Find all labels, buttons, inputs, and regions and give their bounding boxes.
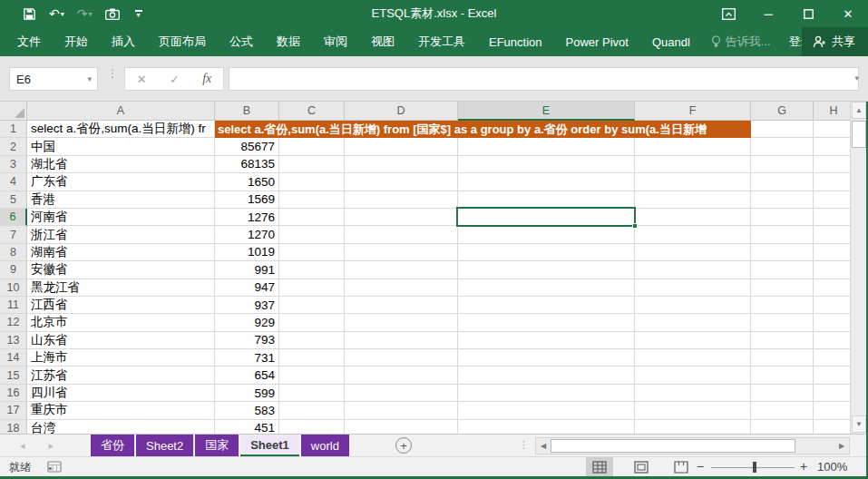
- row-header-7[interactable]: 7: [0, 226, 27, 243]
- cell-A1[interactable]: select a.省份,sum(a.当日新增) fr: [27, 121, 215, 138]
- cell-B5[interactable]: 1569: [215, 191, 279, 209]
- zoom-slider[interactable]: [711, 467, 795, 468]
- expand-formula-bar-icon[interactable]: ▾: [854, 73, 859, 83]
- cell-G15[interactable]: [751, 367, 814, 384]
- ribbon-display-options-icon[interactable]: [708, 0, 748, 27]
- enter-icon[interactable]: ✓: [170, 73, 180, 86]
- cell-G18[interactable]: [751, 420, 814, 434]
- cell-D12[interactable]: [345, 314, 458, 331]
- cell-H7[interactable]: [814, 226, 854, 243]
- cell-E7[interactable]: [458, 226, 635, 243]
- cell-A13[interactable]: 山东省: [27, 332, 215, 349]
- maximize-icon[interactable]: [788, 0, 828, 27]
- zoom-out-icon[interactable]: −: [697, 459, 704, 474]
- cell-H18[interactable]: [814, 420, 854, 434]
- cell-E17[interactable]: [458, 402, 635, 419]
- cell-D13[interactable]: [345, 332, 458, 349]
- cell-C4[interactable]: [279, 173, 345, 191]
- cell-A9[interactable]: 安徽省: [27, 261, 215, 279]
- cell-G11[interactable]: [751, 297, 814, 314]
- tell-me-box[interactable]: 告诉我...: [702, 34, 780, 50]
- cell-B4[interactable]: 1650: [215, 173, 279, 191]
- cell-D16[interactable]: [345, 385, 458, 402]
- row-header-6[interactable]: 6: [0, 209, 27, 226]
- cell-B16[interactable]: 599: [215, 385, 279, 402]
- cell-H2[interactable]: [814, 138, 854, 155]
- sheet-tab-省份[interactable]: 省份: [91, 435, 134, 456]
- cell-B3[interactable]: 68135: [215, 156, 279, 173]
- cell-E18[interactable]: [458, 420, 635, 434]
- cell-B9[interactable]: 991: [215, 261, 279, 279]
- cell-F5[interactable]: [635, 191, 751, 209]
- row-header-14[interactable]: 14: [0, 349, 27, 367]
- cell-D15[interactable]: [345, 367, 458, 384]
- cell-H6[interactable]: [814, 209, 854, 226]
- horizontal-scroll-thumb[interactable]: [551, 439, 795, 453]
- cell-F10[interactable]: [635, 279, 751, 297]
- fill-handle[interactable]: [632, 223, 638, 229]
- cell-A4[interactable]: 广东省: [27, 173, 215, 191]
- column-header-A[interactable]: A: [27, 102, 215, 121]
- zoom-level[interactable]: 100%: [817, 460, 847, 474]
- cell-F17[interactable]: [635, 402, 751, 419]
- row-header-9[interactable]: 9: [0, 261, 27, 279]
- row-header-4[interactable]: 4: [0, 173, 27, 191]
- cell-D7[interactable]: [345, 226, 458, 243]
- select-all-corner[interactable]: [0, 102, 27, 121]
- cell-B11[interactable]: 937: [215, 297, 279, 314]
- zoom-in-icon[interactable]: +: [800, 459, 807, 474]
- cell-D5[interactable]: [345, 191, 458, 209]
- cell-C9[interactable]: [279, 261, 345, 279]
- cell-H11[interactable]: [814, 297, 854, 314]
- cell-F3[interactable]: [635, 156, 751, 173]
- cell-H13[interactable]: [814, 332, 854, 349]
- cell-H9[interactable]: [814, 261, 854, 279]
- cell-E2[interactable]: [458, 138, 635, 155]
- cell-F13[interactable]: [635, 332, 751, 349]
- page-break-view-button[interactable]: [668, 457, 695, 477]
- cell-F15[interactable]: [635, 367, 751, 384]
- cell-A8[interactable]: 湖南省: [27, 244, 215, 261]
- cancel-icon[interactable]: ✕: [137, 73, 147, 86]
- ribbon-tab-2[interactable]: 插入: [100, 27, 147, 56]
- cell-A11[interactable]: 江西省: [27, 297, 215, 314]
- cell-B7[interactable]: 1270: [215, 226, 279, 243]
- cell-A6[interactable]: 河南省: [27, 209, 215, 226]
- cell-A15[interactable]: 江苏省: [27, 367, 215, 384]
- row-header-13[interactable]: 13: [0, 332, 27, 349]
- cell-B13[interactable]: 793: [215, 332, 279, 349]
- scroll-right-icon[interactable]: ▶: [835, 439, 848, 453]
- cell-G12[interactable]: [751, 314, 814, 331]
- sheet-prev-icon[interactable]: ◂: [20, 440, 25, 452]
- sheet-next-icon[interactable]: ▸: [49, 440, 54, 452]
- cell-A5[interactable]: 香港: [27, 191, 215, 209]
- row-header-17[interactable]: 17: [0, 402, 27, 419]
- cell-G9[interactable]: [751, 261, 814, 279]
- cell-G4[interactable]: [751, 173, 814, 191]
- cell-D14[interactable]: [345, 349, 458, 367]
- cell-C17[interactable]: [279, 402, 345, 419]
- macro-record-icon[interactable]: [47, 461, 62, 475]
- row-header-11[interactable]: 11: [0, 297, 27, 314]
- scroll-left-icon[interactable]: ◀: [537, 439, 550, 453]
- cell-H4[interactable]: [814, 173, 854, 191]
- name-box[interactable]: E6 ▾: [9, 67, 98, 91]
- cell-F2[interactable]: [635, 138, 751, 155]
- cell-C16[interactable]: [279, 385, 345, 402]
- sheet-tab-Sheet2[interactable]: Sheet2: [136, 435, 193, 456]
- ribbon-tab-8[interactable]: 开发工具: [406, 27, 477, 56]
- insert-function-icon[interactable]: fx: [202, 72, 211, 86]
- cell-A3[interactable]: 湖北省: [27, 156, 215, 173]
- cell-B6[interactable]: 1276: [215, 209, 279, 226]
- cell-C12[interactable]: [279, 314, 345, 331]
- cell-C18[interactable]: [279, 420, 345, 434]
- cell-E9[interactable]: [458, 261, 635, 279]
- cell-G17[interactable]: [751, 402, 814, 419]
- row-header-8[interactable]: 8: [0, 244, 27, 261]
- cell-D3[interactable]: [345, 156, 458, 173]
- column-header-E[interactable]: E: [458, 102, 635, 121]
- cell-E11[interactable]: [458, 297, 635, 314]
- row-header-1[interactable]: 1: [0, 121, 27, 138]
- cell-H15[interactable]: [814, 367, 854, 384]
- cell-G16[interactable]: [751, 385, 814, 402]
